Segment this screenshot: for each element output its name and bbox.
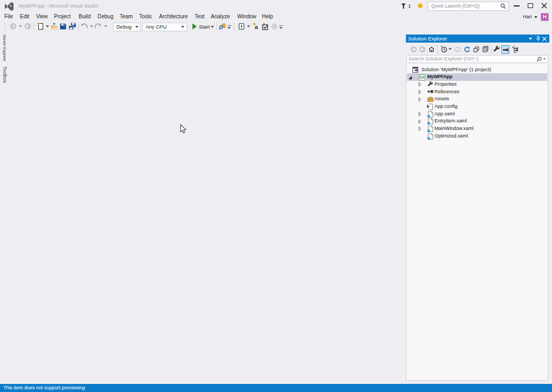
svg-text:C#: C# [419,75,424,79]
svg-text:a: a [255,24,259,30]
